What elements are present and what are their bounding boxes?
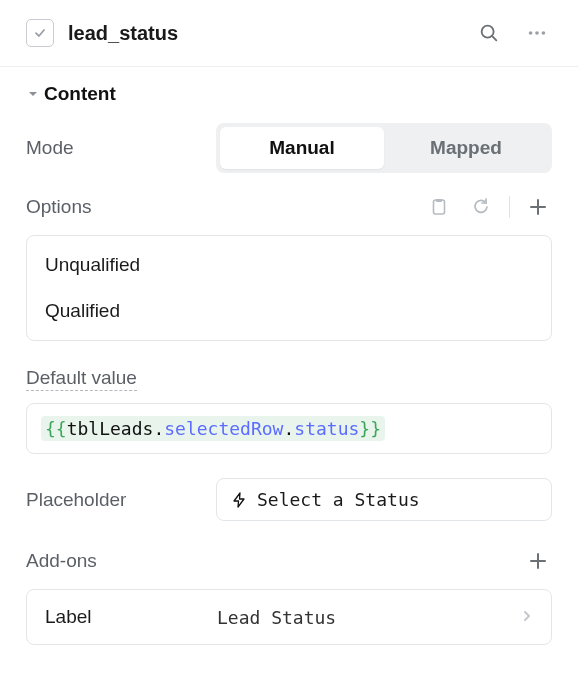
mode-mapped-button[interactable]: Mapped	[384, 127, 548, 169]
placeholder-input[interactable]: Select a Status	[216, 478, 552, 521]
svg-point-4	[542, 31, 546, 35]
placeholder-label: Placeholder	[26, 489, 216, 511]
chevron-down-icon	[28, 89, 38, 99]
default-value-label[interactable]: Default value	[26, 367, 137, 391]
options-list: Unqualified Qualified	[26, 235, 552, 341]
search-icon	[478, 22, 500, 44]
code-expression: {{tblLeads.selectedRow.status}}	[41, 416, 385, 441]
add-option-button[interactable]	[524, 193, 552, 221]
addon-item-label[interactable]: Label Lead Status	[26, 589, 552, 645]
placeholder-row: Placeholder Select a Status	[26, 478, 552, 521]
mode-manual-button[interactable]: Manual	[220, 127, 384, 169]
options-label: Options	[26, 196, 216, 218]
disclosure-toggle[interactable]	[26, 87, 40, 101]
svg-rect-6	[436, 199, 442, 202]
content-section: Content Mode Manual Mapped Options	[0, 67, 578, 655]
mode-row: Mode Manual Mapped	[26, 123, 552, 173]
component-type-icon	[26, 19, 54, 47]
svg-point-3	[535, 31, 539, 35]
plus-icon	[528, 551, 548, 571]
add-addon-button[interactable]	[524, 547, 552, 575]
addon-item-value: Lead Status	[217, 607, 521, 628]
section-title: Content	[44, 83, 116, 105]
addons-header: Add-ons	[26, 547, 552, 575]
plus-icon	[528, 197, 548, 217]
section-title-row[interactable]: Content	[26, 83, 552, 105]
panel-header: lead_status	[0, 0, 578, 67]
option-item[interactable]: Unqualified	[27, 242, 551, 288]
option-item[interactable]: Qualified	[27, 288, 551, 334]
separator	[509, 196, 510, 218]
component-title[interactable]: lead_status	[68, 22, 474, 45]
search-button[interactable]	[474, 18, 504, 48]
addon-item-name: Label	[45, 606, 217, 628]
placeholder-value: Select a Status	[257, 489, 420, 510]
mode-segmented: Manual Mapped	[216, 123, 552, 173]
lightning-icon	[231, 492, 247, 508]
mode-label: Mode	[26, 137, 216, 159]
more-button[interactable]	[522, 18, 552, 48]
checkbox-icon	[32, 25, 48, 41]
svg-line-1	[492, 36, 496, 40]
default-value-input[interactable]: {{tblLeads.selectedRow.status}}	[26, 403, 552, 454]
more-icon	[526, 22, 548, 44]
chevron-right-icon	[521, 608, 533, 626]
options-refresh-button[interactable]	[467, 193, 495, 221]
options-data-button[interactable]	[425, 193, 453, 221]
addons-label: Add-ons	[26, 550, 216, 572]
svg-rect-5	[434, 200, 445, 214]
svg-point-2	[529, 31, 533, 35]
clipboard-icon	[429, 197, 449, 217]
options-actions	[425, 193, 552, 221]
refresh-icon	[471, 197, 491, 217]
header-actions	[474, 18, 552, 48]
options-header: Options	[26, 193, 552, 221]
